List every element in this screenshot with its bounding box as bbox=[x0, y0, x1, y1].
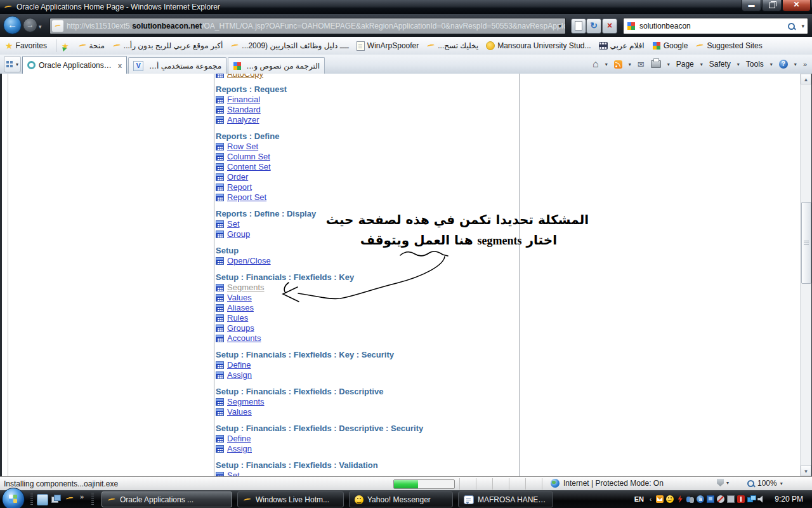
print-button[interactable] bbox=[651, 60, 661, 68]
feeds-icon[interactable] bbox=[614, 60, 622, 69]
home-dropdown-icon[interactable]: ▾ bbox=[605, 62, 608, 67]
screen-tray-icon[interactable] bbox=[707, 495, 714, 503]
favorites-bar-item[interactable]: Google bbox=[648, 40, 692, 51]
quick-tabs-button[interactable]: ▾ bbox=[4, 56, 21, 72]
home-button[interactable]: ⌂ bbox=[593, 58, 599, 70]
favorites-bar-item[interactable]: Mansoura University Stud... bbox=[482, 40, 594, 51]
forward-button[interactable]: → bbox=[23, 18, 37, 32]
search-input[interactable] bbox=[638, 21, 788, 31]
nav-link[interactable]: Open/Close bbox=[227, 256, 271, 266]
favorites-button[interactable]: Favorites bbox=[16, 41, 47, 50]
nav-link[interactable]: Define bbox=[227, 360, 251, 370]
safety-menu[interactable]: Safety bbox=[709, 60, 731, 69]
nav-link[interactable]: Report Set bbox=[227, 192, 266, 203]
blocked-tray-icon[interactable] bbox=[717, 495, 724, 503]
nav-link[interactable]: Analyzer bbox=[227, 115, 259, 125]
favorites-bar-item[interactable]: ــــ دليل وظائف التجاريين (2009... bbox=[226, 40, 353, 51]
vertical-scrollbar[interactable]: ▲ ▼ bbox=[800, 74, 811, 476]
tools-dropdown-icon[interactable]: ▾ bbox=[770, 62, 773, 67]
show-desktop-button[interactable] bbox=[37, 494, 48, 505]
stop-button[interactable]: × bbox=[602, 18, 617, 34]
nav-link[interactable]: Assign bbox=[227, 444, 252, 454]
taskbar-button[interactable]: MAFROSA HANEM ... bbox=[458, 491, 553, 507]
nav-link[interactable]: Segments bbox=[227, 283, 265, 293]
read-mail-button[interactable]: ✉ bbox=[638, 60, 645, 69]
browser-tab[interactable]: الترجمة من نصوص وصفحات الو... bbox=[228, 57, 325, 74]
nav-link[interactable]: Report bbox=[227, 182, 252, 192]
nav-link[interactable]: Values bbox=[227, 293, 252, 303]
power-tray-icon[interactable] bbox=[737, 495, 745, 503]
nav-link[interactable]: Order bbox=[227, 172, 248, 182]
favorites-bar-item[interactable]: Suggested Sites bbox=[691, 40, 766, 51]
nav-link[interactable]: Standard bbox=[227, 105, 261, 115]
nav-link[interactable]: Row Set bbox=[227, 142, 258, 152]
avast-tray-icon[interactable]: a bbox=[697, 495, 704, 503]
volume-tray-icon[interactable] bbox=[757, 495, 765, 503]
feeds-dropdown-icon[interactable]: ▾ bbox=[629, 62, 631, 67]
favorites-bar-item[interactable]: أكبر موقع عربي للربح بدون رأ... bbox=[108, 40, 227, 51]
favorites-bar-item[interactable]: WinArpSpoofer bbox=[353, 40, 422, 52]
smiley-tray-icon[interactable] bbox=[666, 495, 674, 503]
clock[interactable]: 9:20 PM bbox=[775, 495, 803, 504]
tab-close-icon[interactable]: x bbox=[118, 62, 122, 69]
nav-link[interactable]: Accounts bbox=[227, 333, 261, 344]
browser-tab[interactable]: Oracle Applications Ho...x bbox=[22, 56, 127, 74]
history-dropdown-icon[interactable]: ▾ bbox=[39, 23, 42, 30]
favorites-bar-item[interactable]: يخليك تسح... bbox=[422, 40, 482, 51]
search-dropdown-icon[interactable]: ▾ bbox=[801, 23, 804, 29]
switch-windows-button[interactable] bbox=[51, 494, 61, 504]
nav-link[interactable]: Define bbox=[227, 434, 251, 444]
network-tray-icon[interactable] bbox=[747, 495, 755, 503]
page-dropdown-icon[interactable]: ▾ bbox=[700, 62, 703, 67]
minimize-button[interactable]: ▬ bbox=[742, 0, 761, 11]
nav-link[interactable]: Set bbox=[227, 219, 240, 229]
nav-link[interactable]: Group bbox=[227, 229, 250, 239]
url-dropdown-icon[interactable]: ▾ bbox=[558, 23, 561, 29]
nav-link[interactable]: Financial bbox=[227, 95, 260, 105]
address-bar[interactable]: http://vis11510ext5.solutionbeacon.net/O… bbox=[49, 18, 566, 34]
ie-quicklaunch-button[interactable] bbox=[65, 494, 75, 504]
tools-menu[interactable]: Tools bbox=[746, 60, 764, 69]
scroll-down-arrow[interactable]: ▼ bbox=[801, 465, 811, 476]
refresh-button[interactable]: ↻ bbox=[586, 18, 601, 34]
scrollbar-thumb[interactable] bbox=[801, 202, 811, 284]
tray-chevron-icon[interactable]: ‹ bbox=[650, 496, 652, 503]
favorites-bar-item[interactable]: افلام عربي bbox=[595, 40, 648, 51]
nav-link[interactable]: Aliases bbox=[227, 303, 254, 313]
overflow-chevron-icon[interactable]: » bbox=[803, 60, 807, 68]
close-button[interactable]: ✕ bbox=[782, 0, 811, 11]
nav-link[interactable]: Rules bbox=[227, 313, 248, 323]
back-button[interactable]: ← bbox=[3, 16, 22, 34]
restore-button[interactable] bbox=[762, 0, 782, 11]
monitor-tray-icon[interactable] bbox=[727, 495, 735, 503]
contacts-tray-icon[interactable] bbox=[686, 495, 694, 503]
favorites-bar-item[interactable]: منحة bbox=[74, 40, 108, 51]
compatibility-view-button[interactable] bbox=[571, 18, 586, 34]
search-magnifier-icon[interactable] bbox=[788, 23, 795, 30]
nav-link[interactable]: Groups bbox=[227, 323, 254, 333]
help-dropdown-icon[interactable]: ▾ bbox=[794, 62, 797, 67]
add-favorite-button[interactable]: ★ bbox=[62, 41, 69, 51]
safety-dropdown-icon[interactable]: ▾ bbox=[737, 62, 740, 67]
zoom-control[interactable]: 100% ▾ bbox=[747, 479, 783, 488]
print-dropdown-icon[interactable]: ▾ bbox=[667, 62, 670, 67]
mail-tray-icon[interactable] bbox=[656, 495, 664, 503]
browser-tab[interactable]: Vمجموعة مستخدمي أوراكل العر... bbox=[128, 57, 226, 74]
nav-link[interactable]: Values bbox=[227, 407, 252, 417]
protected-mode-button[interactable]: ▾ bbox=[717, 479, 729, 486]
page-menu[interactable]: Page bbox=[676, 60, 694, 69]
scroll-up-arrow[interactable]: ▲ bbox=[801, 74, 811, 84]
nav-link[interactable]: Set bbox=[227, 471, 240, 476]
nav-link[interactable]: Content Set bbox=[227, 162, 271, 172]
help-button[interactable]: ? bbox=[779, 60, 788, 69]
nav-link[interactable]: AutoCopy bbox=[227, 74, 263, 79]
bolt-tray-icon[interactable] bbox=[676, 495, 684, 503]
nav-link[interactable]: Segments bbox=[227, 397, 265, 407]
nav-link[interactable]: Column Set bbox=[227, 152, 270, 162]
taskbar-button[interactable]: Windows Live Hotm... bbox=[237, 491, 344, 507]
nav-link[interactable]: Assign bbox=[227, 370, 252, 380]
quicklaunch-chevron-icon[interactable]: » bbox=[80, 493, 84, 500]
taskbar-button[interactable]: Yahoo! Messenger bbox=[349, 491, 453, 507]
start-button[interactable] bbox=[2, 488, 25, 508]
language-indicator[interactable]: EN bbox=[634, 495, 644, 503]
